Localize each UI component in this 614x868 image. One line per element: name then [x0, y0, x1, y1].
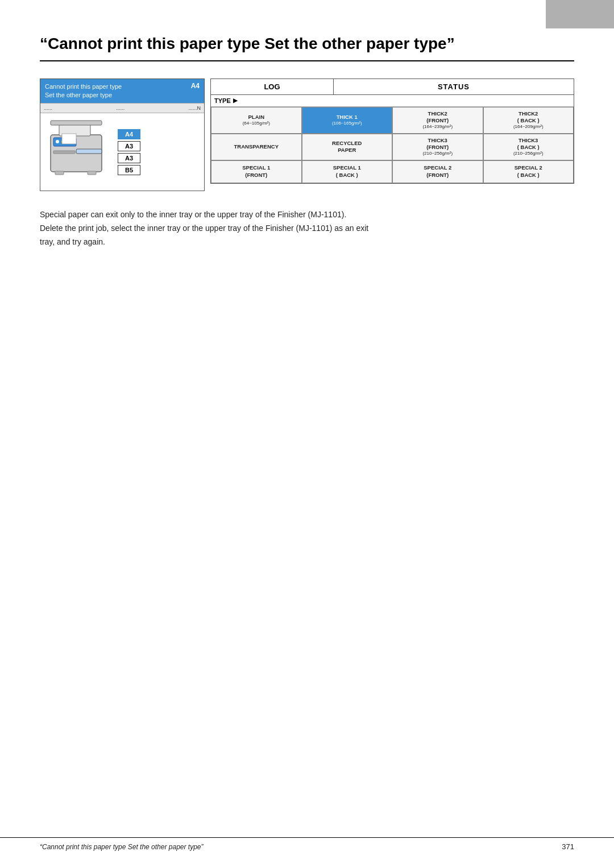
- top-decoration-bar: [546, 0, 614, 28]
- type-label: TYPE: [214, 97, 231, 104]
- cell-recycled-line1: RECYCLED: [332, 140, 362, 147]
- cell-thick3f-line2: (FRONT): [426, 144, 449, 151]
- cell-s2b-line2: ( BACK ): [517, 172, 540, 179]
- svg-point-4: [56, 140, 59, 143]
- cell-thick1-line1: THICK 1: [337, 114, 358, 121]
- cell-transparency-line1: TRANSPARENCY: [234, 143, 279, 150]
- cell-thick2b-line2: ( BACK ): [517, 117, 540, 124]
- cell-thick1-line2: (106~165g/m²): [332, 121, 362, 126]
- a4-label: A4: [191, 81, 200, 91]
- type-label-row: TYPE ▶: [211, 95, 574, 107]
- type-cell-thick3-front[interactable]: THICK3 (FRONT) (210~256g/m²): [392, 134, 483, 160]
- cell-thick2b-line3: (164~209g/m²): [513, 124, 544, 130]
- status-text: ......N: [188, 105, 201, 111]
- status-label: STATUS: [334, 79, 574, 94]
- type-cell-thick1[interactable]: THICK 1 (106~165g/m²): [302, 107, 393, 134]
- type-cell-special1-front[interactable]: SPECIAL 1 (FRONT): [211, 160, 302, 183]
- cell-thick2b-line1: THICK2: [518, 110, 538, 117]
- type-cell-transparency[interactable]: TRANSPARENCY: [211, 134, 302, 160]
- type-cell-special2-front[interactable]: SPECIAL 2 (FRONT): [392, 160, 483, 183]
- type-cell-recycled[interactable]: RECYCLED PAPER: [302, 134, 393, 160]
- cell-thick3b-line2: ( BACK ): [517, 144, 540, 151]
- tray-b5[interactable]: B5: [118, 165, 140, 175]
- error-line2: Set the other paper type: [45, 91, 200, 100]
- cell-thick2f-line1: THICK2: [428, 110, 447, 117]
- svg-rect-10: [88, 171, 96, 175]
- status-dots-left: ......: [44, 105, 52, 111]
- svg-rect-11: [51, 121, 102, 125]
- paper-trays: A4 A3 A3 B5: [118, 129, 140, 175]
- cell-plain-line2: (64~105g/m²): [243, 121, 270, 126]
- body-line1: Special paper can exit only to the inner…: [40, 208, 574, 222]
- cell-s2f-line2: (FRONT): [426, 172, 449, 179]
- body-line3: tray, and try again.: [40, 235, 574, 249]
- cell-thick3f-line1: THICK3: [428, 137, 447, 144]
- svg-rect-2: [76, 149, 102, 154]
- cell-thick2f-line3: (164~239g/m²): [422, 124, 453, 130]
- cell-s1f-line1: SPECIAL 1: [242, 164, 270, 171]
- cell-recycled-line2: PAPER: [338, 147, 356, 154]
- type-cell-special2-back[interactable]: SPECIAL 2 ( BACK ): [483, 160, 574, 183]
- footer-title: “Cannot print this paper type Set the ot…: [40, 843, 204, 851]
- printer-illustration: [45, 118, 113, 186]
- error-message-box: A4 Cannot print this paper type Set the …: [40, 79, 204, 104]
- cell-thick3b-line1: THICK3: [518, 137, 538, 144]
- type-cell-thick3-back[interactable]: THICK3 ( BACK ) (210~256g/m²): [483, 134, 574, 160]
- page-footer: “Cannot print this paper type Set the ot…: [0, 837, 614, 851]
- svg-rect-9: [55, 171, 64, 175]
- cell-plain-line1: PLAIN: [248, 114, 265, 121]
- tray-a4[interactable]: A4: [118, 129, 140, 139]
- cell-thick2f-line2: (FRONT): [426, 117, 449, 124]
- log-label: LOG: [211, 79, 334, 94]
- tray-a3-1[interactable]: A3: [118, 141, 140, 151]
- tray-a3-2[interactable]: A3: [118, 153, 140, 163]
- type-cell-plain[interactable]: PLAIN (64~105g/m²): [211, 107, 302, 134]
- type-grid: PLAIN (64~105g/m²) THICK 1 (106~165g/m²)…: [211, 107, 574, 183]
- printer-panel: A4 Cannot print this paper type Set the …: [40, 78, 205, 192]
- type-cell-special1-back[interactable]: SPECIAL 1 ( BACK ): [302, 160, 393, 183]
- cell-s2f-line1: SPECIAL 2: [424, 164, 451, 171]
- page-title: “Cannot print this paper type Set the ot…: [40, 34, 574, 53]
- body-line2: Delete the print job, select the inner t…: [40, 222, 574, 235]
- printer-body: A4 A3 A3 B5: [40, 113, 204, 191]
- cell-thick3f-line3: (210~256g/m²): [422, 151, 453, 156]
- error-line1: Cannot print this paper type: [45, 82, 200, 91]
- type-cell-thick2-front[interactable]: THICK2 (FRONT) (164~239g/m²): [392, 107, 483, 134]
- type-cell-thick2-back[interactable]: THICK2 ( BACK ) (164~209g/m²): [483, 107, 574, 134]
- printer-status-bar: ...... ...... ......N: [40, 103, 204, 113]
- cell-s1b-line1: SPECIAL 1: [333, 164, 361, 171]
- body-text: Special paper can exit only to the inner…: [40, 208, 574, 249]
- cell-s1b-line2: ( BACK ): [336, 172, 358, 179]
- main-diagram: A4 Cannot print this paper type Set the …: [40, 78, 574, 192]
- cell-s2b-line1: SPECIAL 2: [515, 164, 542, 171]
- status-dots-mid: ......: [116, 105, 125, 111]
- svg-rect-7: [53, 151, 75, 154]
- type-header: LOG STATUS: [211, 79, 574, 95]
- footer-page: 371: [562, 842, 574, 851]
- svg-rect-8: [62, 134, 76, 144]
- type-arrow-icon: ▶: [233, 97, 238, 104]
- type-panel: LOG STATUS TYPE ▶ PLAIN (64~105g/m²) THI…: [210, 78, 574, 184]
- cell-thick3b-line3: (210~256g/m²): [513, 151, 544, 156]
- cell-s1f-line2: (FRONT): [245, 172, 267, 179]
